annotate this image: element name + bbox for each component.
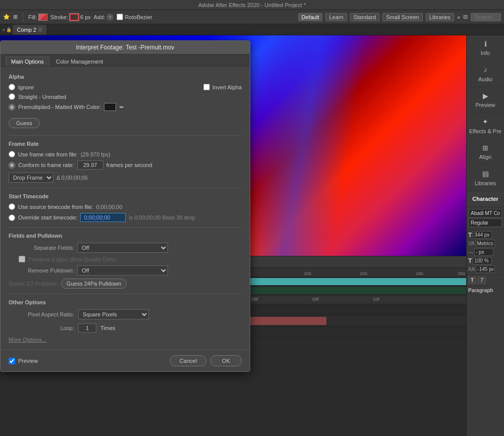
invert-alpha-area: Invert Alpha [203,84,242,90]
more-workspaces-icon[interactable]: » [457,14,460,20]
loop-input[interactable] [78,323,96,333]
libraries-icon: ▤ [469,169,502,178]
audio-icon: ♪ [469,65,502,74]
eyedropper-icon[interactable]: ✒ [119,103,125,111]
conform-fps-radio[interactable] [9,162,15,169]
fps-value: (29.970 fps) [81,151,110,157]
scale-input[interactable] [473,257,492,264]
use-source-timecode-radio[interactable] [9,203,15,210]
fill-color-swatch[interactable] [38,14,47,21]
interpret-footage-dialog[interactable]: Interpret Footage: Test -Premult.mov Mai… [0,40,250,372]
tab-lock-icon: 🔒 [6,27,12,32]
separate-fields-label: Separate Fields: [9,245,74,251]
workspace-buttons: Default Learn Standard Small Screen Libr… [298,13,501,21]
audio-label: Audio [469,76,502,83]
pixel-aspect-row: Pixel Aspect Ratio: Square Pixels [9,309,242,319]
use-source-timecode-row: Use source timecode from file: 0;00;00;0… [9,203,242,210]
kerning-input[interactable] [474,248,493,256]
override-timecode-row: Override start timecode: is 0;00;00;00 B… [9,213,242,222]
char-kerning-row: — [468,248,502,256]
more-options-link[interactable]: More Options... [9,337,46,343]
preserve-edges-checkbox[interactable] [19,256,25,262]
roto-bezier-checkbox[interactable]: RotoBezier [117,14,152,20]
right-panel: ℹ Info ♪ Audio ▶ Preview ✦ Effects & Pre… [466,35,504,436]
stroke-color-swatch[interactable] [70,14,79,21]
right-panel-effects[interactable]: ✦ Effects & Pre [467,113,504,139]
right-panel-audio[interactable]: ♪ Audio [467,61,504,87]
divider-1 [9,135,242,136]
use-file-fps-radio[interactable] [9,151,15,157]
dialog-tabs: Main Options Color Management [1,54,250,67]
separate-fields-select[interactable]: Off [77,243,168,253]
alpha-premult-row: Premultiplied - Matted With Color: ✒ [9,103,125,111]
guess32-label: Guess 3:2 Pulldown [9,281,58,287]
dialog-tab-color[interactable]: Color Management [50,57,109,66]
right-panel-character[interactable]: Character [467,191,504,207]
font-size-input[interactable] [473,231,492,239]
frame-rate-section: Frame Rate Use frame rate from file: (29… [9,141,242,183]
alpha-straight-radio[interactable] [9,93,15,100]
remove-pulldown-select[interactable]: Off [77,265,168,276]
comp-tab-menu[interactable]: ☰ [38,27,42,32]
divider-2 [9,188,242,188]
char-size-row: T [468,231,502,239]
remove-pulldown-row: Remove Pulldown: Off [9,265,242,276]
preview-checkbox[interactable] [9,358,15,364]
char-size-area: T VA — T AA [467,230,504,275]
char-font-style[interactable]: Regular [469,219,502,227]
workspace-default[interactable]: Default [298,13,323,21]
tab-close-x[interactable]: × [2,27,5,33]
override-timecode-info: is 0;00;00;00 Base 30 drop [129,214,195,221]
dropframe-select[interactable]: Drop Frame [9,173,53,183]
workspace-standard[interactable]: Standard [350,13,380,21]
separate-fields-row: Separate Fields: Off [9,243,242,253]
right-panel-preview[interactable]: ▶ Preview [467,87,504,113]
guess24pa-button[interactable]: Guess 24Pa Pulldown [61,279,127,289]
libraries-label: Libraries [469,180,502,187]
frame-rate-label: Frame Rate [9,141,242,147]
stroke-label: Stroke: 6 px [50,14,91,21]
bold-btn[interactable]: T [468,277,476,284]
preserve-edges-row: Preserve Edges (Best Quality Only) [19,256,242,262]
baseline-icon: AA [468,266,475,272]
alpha-straight-label: Straight - Unmatted [18,94,66,100]
ruler-mark-22s: 22s [359,270,367,277]
override-timecode-input[interactable] [80,213,126,222]
source-timecode-value: 0;00;00;00 [96,204,123,210]
pixel-aspect-select[interactable]: Square Pixels [78,309,149,319]
stroke-size: 6 px [80,14,91,20]
guess-button[interactable]: Guess [9,118,40,128]
grid-icon: ⊞ [13,14,18,20]
search-input[interactable] [471,13,501,21]
conform-fps-input[interactable] [77,160,103,170]
char-scale-row: T [468,257,502,264]
panel-tabs-row: × 🔒 Comp 2 ☰ [0,24,504,35]
right-panel-align[interactable]: ⊞ Align [467,139,504,165]
ok-button[interactable]: OK [210,355,242,366]
dialog-tab-main[interactable]: Main Options [6,57,49,66]
baseline-input[interactable] [476,265,495,273]
alpha-ignore-radio[interactable] [9,84,15,90]
char-font-name[interactable]: Abadi MT Co [469,209,502,217]
workspace-small-screen[interactable]: Small Screen [382,13,422,21]
right-panel-info[interactable]: ℹ Info [467,35,504,61]
conform-fps-row: Conform to frame rate: frames per second [9,160,242,170]
add-icon[interactable]: + [106,14,114,21]
invert-alpha-checkbox[interactable] [203,84,210,90]
ruler-b-08f: 08f [252,297,258,302]
right-panel-libraries[interactable]: ▤ Libraries [467,165,504,191]
alpha-section: Alpha Ignore Straight - Unmatted [9,74,242,128]
matte-color-swatch[interactable] [104,103,116,111]
remove-pulldown-label: Remove Pulldown: [9,267,74,274]
workspace-libraries[interactable]: Libraries [426,13,454,21]
alpha-ignore-label: Ignore [18,84,34,90]
comp-tab[interactable]: Comp 2 ☰ [13,25,46,35]
italic-btn[interactable]: T [478,277,486,284]
paragraph-section[interactable]: Paragraph [467,286,504,295]
workspace-learn[interactable]: Learn [325,13,347,21]
cancel-button[interactable]: Cancel [170,355,206,366]
tracking-input[interactable] [476,240,495,247]
kerning-icon: — [468,249,473,255]
override-timecode-radio[interactable] [9,214,15,221]
alpha-premult-radio[interactable] [9,104,15,111]
